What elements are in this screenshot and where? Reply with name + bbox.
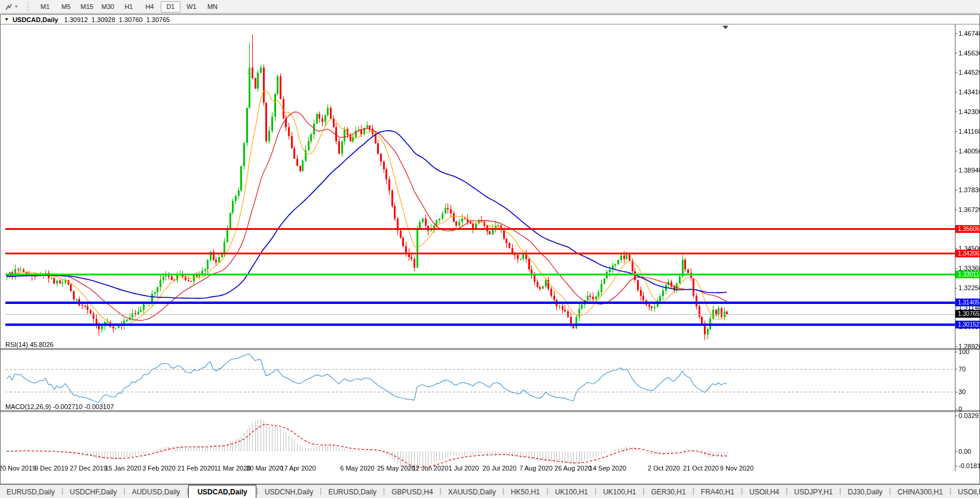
date-axis-label: 30 Mar 2020 <box>246 465 283 472</box>
price-axis-tick: 1.37830 <box>958 186 980 193</box>
toolbar-drag-handle[interactable] <box>27 2 29 11</box>
date-axis-label: 6 May 2020 <box>340 465 374 472</box>
top-toolbar: ▼ M1M5M15M30H1H4D1W1MN <box>0 0 980 14</box>
date-axis-label: 27 Dec 2019 <box>70 465 107 472</box>
timeframe-button-m1[interactable]: M1 <box>35 1 55 13</box>
tab-usdchf-daily[interactable]: USDCHF,Daily <box>63 486 124 498</box>
chart-tab-bar: EURUSD,Daily|USDCHF,Daily|AUDUSD,Daily|U… <box>0 484 980 498</box>
macd-axis-tick: -0.018154 <box>958 462 980 469</box>
date-axis-label: 9 Nov 2020 <box>720 465 754 472</box>
tab-fra40-h1[interactable]: FRA40,H1 <box>694 486 741 498</box>
date-axis-label: 15 Jan 2020 <box>105 465 142 472</box>
price-axis-tick: 1.44520 <box>958 69 980 76</box>
price-axis-tick: 1.42300 <box>958 108 980 115</box>
tab-usdcnh-daily[interactable]: USDCNH,Daily <box>258 486 320 498</box>
date-axis-label: 12 Jun 2020 <box>412 465 449 472</box>
collapse-icon[interactable]: ▼ <box>4 17 9 22</box>
price-badge: 1.31405 <box>956 299 980 306</box>
tab-eurusd-daily[interactable]: EURUSD,Daily <box>0 486 62 498</box>
date-axis-label: 20 Jul 2020 <box>483 465 517 472</box>
tab-uk100-h1[interactable]: UK100,H1 <box>596 486 642 498</box>
tab-usdcad-daily[interactable]: USDCAD,Daily <box>188 485 256 498</box>
tab-gbpusd-h4[interactable]: GBPUSD,H4 <box>385 486 439 498</box>
rsi-axis-tick: 70 <box>958 365 966 373</box>
price-axis-tick: 1.38940 <box>958 167 980 174</box>
timeframe-button-m15[interactable]: M15 <box>77 1 97 13</box>
timeframe-button-h4[interactable]: H4 <box>140 1 160 13</box>
tab-hk50-h1[interactable]: HK50,H1 <box>504 486 547 498</box>
price-badge: 1.35606 <box>956 225 980 233</box>
price-badge: 1.33011 <box>956 270 980 278</box>
cursor-tool-icon <box>5 3 13 11</box>
date-axis-label: 26 Aug 2020 <box>555 465 592 472</box>
date-axis-label: 21 Feb 2020 <box>177 465 215 472</box>
price-badge: 1.34206 <box>956 250 980 257</box>
date-axis-label: 9 Dec 2019 <box>35 465 68 472</box>
tab-usoil-h4[interactable]: USOil,H4 <box>743 486 786 498</box>
chart-title-bar[interactable]: ▼ USDCAD,Daily 1.30912 1.30928 1.30760 1… <box>1 15 979 24</box>
timeframe-button-m30[interactable]: M30 <box>98 1 118 13</box>
quote-high: 1.30928 <box>91 16 115 23</box>
tab-usdjpy-h1[interactable]: USDJPY,H1 <box>788 486 839 498</box>
quote-low: 1.30760 <box>119 16 143 23</box>
quote-close: 1.30765 <box>146 16 170 23</box>
timeframe-toolbar: M1M5M15M30H1H4D1W1MN <box>34 1 222 13</box>
chart-symbol-title: USDCAD,Daily <box>13 16 58 23</box>
tab-xauusd-daily[interactable]: XAUUSD,Daily <box>442 486 503 498</box>
chevron-down-icon: ▼ <box>14 5 18 8</box>
macd-indicator-label: MACD(12,26,9) -0.002710 -0.003107 <box>5 403 114 410</box>
date-axis-label: 25 May 2020 <box>377 465 415 472</box>
rsi-axis-tick: 30 <box>958 388 966 395</box>
date-axis-label: 20 Nov 2019 <box>0 465 36 472</box>
price-axis-tick: 1.32250 <box>958 284 980 291</box>
date-axis-label: 11 Mar 2020 <box>215 465 251 472</box>
timeframe-button-w1[interactable]: W1 <box>182 1 201 13</box>
timeframe-button-h1[interactable]: H1 <box>119 1 139 13</box>
price-axis-tick: 1.36720 <box>958 206 980 213</box>
rsi-indicator-label: RSI(14) 45.8026 <box>5 341 54 348</box>
tab-ger30-h1[interactable]: GER30,H1 <box>645 486 693 498</box>
timeframe-button-mn[interactable]: MN <box>203 1 222 13</box>
timeframe-button-d1[interactable]: D1 <box>161 1 180 13</box>
terminal-screen: ▼ M1M5M15M30H1H4D1W1MN ▼ USDCAD,Daily 1.… <box>0 0 980 498</box>
rsi-axis-tick: 100 <box>958 348 969 355</box>
macd-axis-tick: 0.00 <box>958 448 971 455</box>
price-axis-tick: 1.41160 <box>958 128 980 135</box>
price-chart-canvas[interactable] <box>1 24 980 471</box>
date-axis-label: 17 Apr 2020 <box>280 465 316 472</box>
date-axis-label: 21 Oct 2020 <box>683 465 719 472</box>
price-axis-tick: 1.40050 <box>958 147 980 155</box>
price-badge: 1.30152 <box>956 321 980 328</box>
quote-open: 1.30912 <box>64 16 88 23</box>
tab-dj30-daily[interactable]: DJ30,Daily <box>841 486 889 498</box>
chart-cursor-tool-button[interactable]: ▼ <box>2 1 21 13</box>
price-axis-tick: 1.45630 <box>958 50 980 57</box>
timeframe-button-m5[interactable]: M5 <box>56 1 76 13</box>
date-axis-label: 7 Aug 2020 <box>519 465 553 472</box>
date-axis-label: 1 Jul 2020 <box>449 465 479 472</box>
tabs-holder: EURUSD,Daily|USDCHF,Daily|AUDUSD,Daily|U… <box>0 484 980 498</box>
macd-axis-tick: 0.032972 <box>958 412 980 419</box>
tab-usoil-h1[interactable]: USOil,H1 <box>951 486 980 498</box>
tab-audusd-daily[interactable]: AUDUSD,Daily <box>125 486 187 498</box>
date-axis-label: 3 Feb 2020 <box>142 465 176 472</box>
price-badge: 1.30765 <box>956 310 980 318</box>
tab-uk100-h1[interactable]: UK100,H1 <box>549 486 595 498</box>
price-axis-tick: 1.43410 <box>958 88 980 96</box>
date-axis-label: 2 Oct 2020 <box>648 465 680 472</box>
tab-china300-h1[interactable]: CHINA300,H1 <box>891 486 950 498</box>
date-axis-label: 14 Sep 2020 <box>589 465 626 472</box>
tab-eurusd-daily[interactable]: EURUSD,Daily <box>321 486 383 498</box>
chart-window: ▼ USDCAD,Daily 1.30912 1.30928 1.30760 1… <box>0 14 980 484</box>
price-axis-tick: 1.46740 <box>958 30 980 37</box>
